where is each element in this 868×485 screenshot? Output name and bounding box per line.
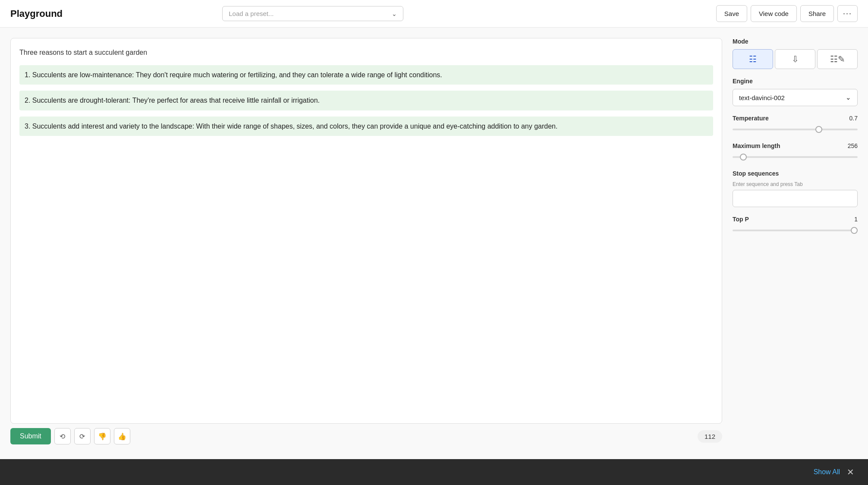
mode-complete-button[interactable]: ☷: [733, 49, 773, 69]
max-length-section: Maximum length 256: [733, 142, 858, 161]
undo-button[interactable]: ⟲: [54, 428, 71, 444]
preset-dropdown[interactable]: Load a preset... ⌄: [222, 6, 403, 21]
response-2: 2. Succulents are drought-tolerant: They…: [19, 91, 713, 110]
header: Playground Load a preset... ⌄ Save View …: [0, 0, 868, 28]
show-all-link[interactable]: Show All: [814, 468, 840, 476]
complete-icon: ☷: [749, 54, 757, 64]
max-length-slider-container: [733, 152, 858, 160]
temperature-section: Temperature 0.7: [733, 115, 858, 134]
mode-insert-button[interactable]: ⇩: [775, 49, 815, 69]
main-content: Three reasons to start a succulent garde…: [0, 28, 868, 459]
more-button[interactable]: ···: [837, 5, 858, 22]
mode-edit-button[interactable]: ☷✎: [817, 49, 858, 69]
top-p-slider[interactable]: [733, 230, 858, 231]
preset-placeholder: Load a preset...: [229, 10, 274, 17]
chevron-down-icon: ⌄: [392, 10, 397, 17]
mode-label: Mode: [733, 38, 858, 45]
view-code-button[interactable]: View code: [751, 5, 797, 22]
token-count: 112: [698, 430, 722, 443]
temperature-value: 0.7: [849, 115, 858, 122]
thumbs-down-button[interactable]: 👎: [94, 428, 110, 444]
max-length-label: Maximum length: [733, 142, 780, 149]
stop-sequences-input[interactable]: [733, 190, 858, 207]
save-button[interactable]: Save: [716, 5, 747, 22]
stop-sequences-label: Stop sequences: [733, 170, 858, 177]
top-p-value: 1: [854, 216, 858, 223]
share-button[interactable]: Share: [800, 5, 834, 22]
footer-bar: Show All ✕: [0, 459, 868, 485]
editor-toolbar: Submit ⟲ ⟳ 👎 👍 112: [10, 424, 722, 449]
max-length-slider[interactable]: [733, 156, 858, 158]
editor-box[interactable]: Three reasons to start a succulent garde…: [10, 38, 722, 424]
engine-dropdown[interactable]: text-davinci-002 ⌄: [733, 89, 858, 106]
header-actions: Save View code Share ···: [716, 5, 858, 22]
temperature-slider-container: [733, 124, 858, 132]
stop-sequences-section: Stop sequences Enter sequence and press …: [733, 170, 858, 207]
top-p-label: Top P: [733, 216, 749, 223]
thumbs-up-button[interactable]: 👍: [114, 428, 130, 444]
mode-section: Mode ☷ ⇩ ☷✎: [733, 38, 858, 69]
engine-value: text-davinci-002: [739, 94, 785, 101]
temperature-label: Temperature: [733, 115, 769, 122]
top-p-slider-container: [733, 225, 858, 233]
engine-label: Engine: [733, 78, 858, 85]
close-icon[interactable]: ✕: [847, 467, 854, 477]
submit-button[interactable]: Submit: [10, 428, 51, 444]
page-title: Playground: [10, 8, 63, 19]
sidebar: Mode ☷ ⇩ ☷✎ Engine text-davinci-002 ⌄: [733, 38, 858, 449]
engine-section: Engine text-davinci-002 ⌄: [733, 78, 858, 106]
insert-icon: ⇩: [792, 54, 799, 64]
stop-sequences-hint: Enter sequence and press Tab: [733, 181, 858, 187]
engine-chevron-icon: ⌄: [846, 94, 851, 101]
top-p-section: Top P 1: [733, 216, 858, 235]
response-3: 3. Succulents add interest and variety t…: [19, 117, 713, 136]
mode-buttons: ☷ ⇩ ☷✎: [733, 49, 858, 69]
temperature-slider[interactable]: [733, 129, 858, 130]
redo-button[interactable]: ⟳: [74, 428, 91, 444]
max-length-value: 256: [848, 142, 858, 149]
edit-icon: ☷✎: [830, 54, 845, 64]
editor-prompt: Three reasons to start a succulent garde…: [19, 47, 713, 58]
response-1: 1. Succulents are low-maintenance: They …: [19, 65, 713, 85]
editor-area: Three reasons to start a succulent garde…: [10, 38, 733, 449]
